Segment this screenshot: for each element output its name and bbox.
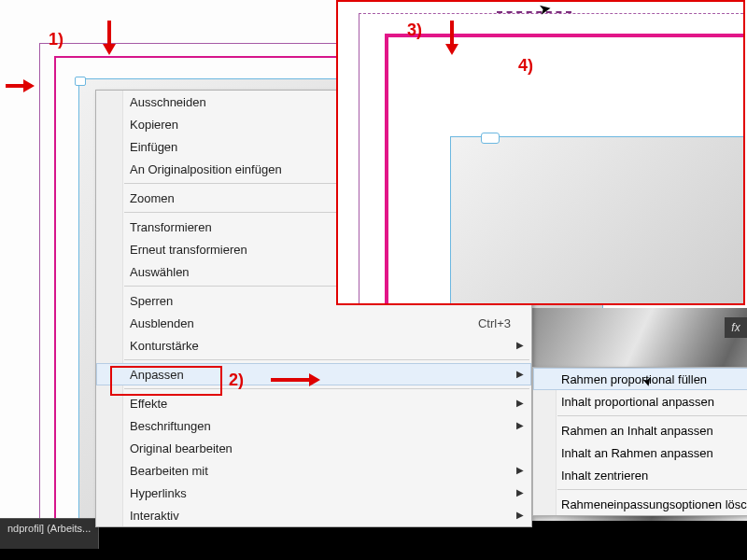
menu-item-ausblenden[interactable]: AusblendenCtrl+3 <box>96 312 531 334</box>
annotation-1: 1) <box>49 30 63 49</box>
annotation-2: 2) <box>229 371 244 390</box>
menu-item-label: Hyperlinks <box>130 486 511 500</box>
submenu-arrow-icon: ▶ <box>516 465 524 475</box>
arrow-down-1 <box>107 21 111 52</box>
submenu-item-label: Inhalt zentrieren <box>561 469 648 483</box>
arrow-right-1 <box>6 84 32 88</box>
inset-image-frame <box>450 136 743 303</box>
submenu-item-inhalt-proportional-anpassen[interactable]: Inhalt proportional anpassen <box>533 390 747 413</box>
fx-button[interactable]: fx <box>725 317 747 338</box>
submenu-item-label: Inhalt an Rahmen anpassen <box>561 446 713 460</box>
submenu-arrow-icon: ▶ <box>516 398 524 408</box>
menu-item-shortcut: Ctrl+3 <box>478 316 511 330</box>
inset-dash <box>497 11 571 13</box>
menu-item-label: Beschriftungen <box>130 419 511 433</box>
arrow-down-3 <box>450 21 454 52</box>
menu-separator <box>124 388 529 389</box>
menu-item-label: Effekte <box>130 397 511 411</box>
submenu-item-rahmeneinpassungsoptionen-l-schen[interactable]: Rahmeneinpassungsoptionen löschen <box>533 493 747 515</box>
submenu-arrow-icon: ▶ <box>516 340 524 350</box>
submenu-arrow-icon: ▶ <box>516 369 524 379</box>
annotation-4: 4) <box>518 56 533 76</box>
submenu-item-label: Rahmeneinpassungsoptionen löschen <box>561 497 747 511</box>
menu-item-effekte[interactable]: Effekte▶ <box>96 392 531 414</box>
menu-item-original-bearbeiten[interactable]: Original bearbeiten <box>96 437 531 459</box>
submenu-item-label: Inhalt proportional anpassen <box>561 395 714 409</box>
menu-item-konturst-rke[interactable]: Konturstärke▶ <box>96 334 531 357</box>
menu-item-label: Interaktiv <box>130 509 511 523</box>
menu-item-bearbeiten-mit[interactable]: Bearbeiten mit▶ <box>96 459 531 482</box>
screenshot-stage: fx ndprofil] (Arbeits... AusschneidenKop… <box>0 0 747 560</box>
menu-item-beschriftungen[interactable]: Beschriftungen▶ <box>96 414 531 437</box>
submenu-arrow-icon: ▶ <box>516 487 524 497</box>
submenu-item-label: Rahmen an Inhalt anpassen <box>561 424 713 438</box>
submenu-item-inhalt-zentrieren[interactable]: Inhalt zentrieren <box>533 464 747 486</box>
submenu-item-rahmen-an-inhalt-anpassen[interactable]: Rahmen an Inhalt anpassen <box>533 419 747 441</box>
submenu-anpassen: Rahmen proportional füllenInhalt proport… <box>532 367 747 516</box>
menu-item-label: Konturstärke <box>130 339 511 353</box>
submenu-arrow-icon: ▶ <box>516 420 524 430</box>
submenu-item-inhalt-an-rahmen-anpassen[interactable]: Inhalt an Rahmen anpassen <box>533 441 747 464</box>
menu-item-hyperlinks[interactable]: Hyperlinks▶ <box>96 482 531 504</box>
menu-item-interaktiv[interactable]: Interaktiv▶ <box>96 504 531 526</box>
menu-separator <box>124 359 529 360</box>
submenu-item-rahmen-proportional-f-llen[interactable]: Rahmen proportional füllen <box>533 368 747 390</box>
submenu-separator <box>557 489 747 490</box>
submenu-arrow-icon: ▶ <box>516 510 524 520</box>
submenu-separator <box>557 415 747 416</box>
menu-item-label: Ausblenden <box>130 316 459 330</box>
arrow-right-2 <box>271 378 317 382</box>
annotation-3: 3) <box>407 21 422 40</box>
menu-item-label: Original bearbeiten <box>130 441 511 455</box>
taskbar-document-tab[interactable]: ndprofil] (Arbeits... <box>0 518 99 549</box>
menu-item-label: Bearbeiten mit <box>130 464 511 478</box>
submenu-item-label: Rahmen proportional füllen <box>561 372 707 386</box>
zoom-inset: ➤ <box>336 0 745 305</box>
